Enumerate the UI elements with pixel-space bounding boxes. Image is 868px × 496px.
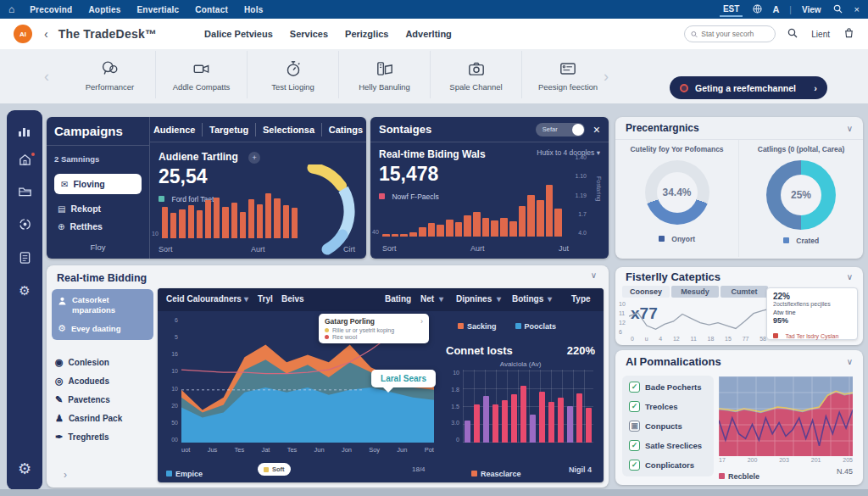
app-window: ⌂ Precovind Aopties Envertialc Contact H… — [0, 0, 868, 496]
rail-gear-icon[interactable]: ⚙ — [7, 283, 42, 298]
chevron-down-icon[interactable]: ∨ — [847, 272, 853, 281]
topnav-item[interactable]: Hols — [244, 5, 263, 14]
search-icon[interactable] — [833, 4, 843, 15]
close-icon[interactable]: × — [854, 4, 860, 14]
chevron-down-icon[interactable]: ∨ — [591, 270, 597, 280]
rail-folder-icon[interactable] — [7, 185, 42, 201]
globe-icon[interactable] — [753, 4, 762, 15]
scroll-right-icon[interactable]: › — [604, 68, 609, 86]
rail-report-icon[interactable] — [7, 251, 42, 268]
ai-option-satle-sreclices[interactable]: ✓Satle Sreclices — [629, 436, 707, 455]
rtb-item-acodueds[interactable]: ◎Acodueds — [55, 372, 153, 391]
nav-menu-item[interactable]: Perizglics — [345, 29, 388, 39]
cta-button[interactable]: Geting a reefemchannel › — [670, 76, 827, 99]
rtb-item-casrind-pack[interactable]: ♟Casrind Pack — [55, 410, 153, 428]
stopwatch-icon — [283, 59, 303, 78]
column-header[interactable]: Ceid Calouradners — [166, 294, 242, 304]
ai-option-conpucts[interactable]: ▣Conpucts — [629, 416, 707, 436]
nav-menu-item[interactable]: Dalice Petvieus — [204, 29, 273, 39]
chevron-down-icon[interactable]: ∨ — [847, 124, 853, 133]
y-tick: 6 — [164, 317, 178, 323]
soft-pill[interactable]: Soft — [258, 463, 291, 476]
alerts-icon[interactable]: A — [772, 4, 779, 14]
ai-option-bade-pocherts[interactable]: ✓Bade Pocherts — [629, 377, 707, 397]
chevron-down-icon[interactable]: ▾ — [548, 294, 552, 304]
x-tick: 58 — [760, 336, 766, 342]
topnav-item[interactable]: Precovind — [30, 5, 72, 14]
shortcut-label: Test Lioging — [271, 82, 314, 92]
bag-icon[interactable] — [843, 26, 854, 42]
top-utility-bar: ⌂ Precovind Aopties Envertialc Contact H… — [0, 0, 868, 19]
rail-home-icon[interactable] — [7, 153, 42, 170]
column-header[interactable]: Bating — [385, 294, 411, 304]
chevron-down-icon[interactable]: ▾ — [244, 294, 248, 304]
column-header[interactable]: Net — [420, 294, 434, 304]
column-header[interactable]: Botings — [512, 294, 543, 304]
ai-area-chart — [719, 376, 853, 456]
tab-cumtet[interactable]: Cumtet — [721, 286, 768, 298]
chevron-down-icon[interactable]: ∨ — [847, 357, 853, 366]
shortcut-performancer[interactable]: Performancer — [64, 51, 156, 98]
nav-menu-item[interactable]: Services — [290, 29, 328, 39]
rtb-item-pavetencs[interactable]: ✎Pavetencs — [55, 391, 153, 410]
shortcut-test-lioging[interactable]: Test Lioging — [248, 51, 339, 98]
shortcut-spale-channel[interactable]: Spale Channel — [431, 51, 522, 98]
info-pct: 22% — [773, 292, 851, 301]
ai-option-conplicators[interactable]: ✓Conplicators — [629, 455, 707, 475]
rtb-item-treghretls[interactable]: ✒Treghretls — [55, 428, 153, 447]
rtb-item-evey-daating[interactable]: ⚙ Evey daating — [58, 323, 147, 334]
rail-chart-icon[interactable] — [7, 125, 42, 141]
rail-settings-icon[interactable]: ⚙ — [7, 460, 42, 478]
search-field[interactable] — [701, 30, 769, 38]
tab-mesudy[interactable]: Mesudy — [671, 286, 719, 298]
sidebar-item-label: Retthes — [70, 221, 103, 231]
tab-coonsey[interactable]: Coonsey — [622, 286, 670, 298]
play-link[interactable]: Floy — [47, 242, 149, 252]
shortcut-peesign-feection[interactable]: Peesign feection — [522, 51, 614, 98]
brand-logo[interactable]: AI — [14, 25, 32, 43]
x-tick: uot — [181, 446, 190, 454]
shortcut-helly-banuling[interactable]: Helly Banuling — [339, 51, 431, 98]
rtb-item-catsorket[interactable]: Catsorket mparations — [58, 295, 147, 315]
legend-label: Pooclats — [525, 322, 557, 331]
topnav-item[interactable]: Envertialc — [136, 5, 179, 14]
info-circle-icon[interactable]: + — [248, 152, 260, 164]
view-menu[interactable]: View — [802, 5, 821, 14]
topnav-item[interactable]: Contact — [195, 5, 228, 14]
x-tick: Jun — [314, 446, 325, 454]
scroll-left-icon[interactable]: ‹ — [44, 68, 49, 86]
shortcut-addle-compatts[interactable]: Addle Compatts — [156, 51, 248, 98]
bar-note: Nigil 4 — [569, 465, 592, 474]
rail-sync-icon[interactable] — [7, 217, 42, 235]
tab-targetug[interactable]: Targetug — [209, 125, 248, 135]
close-icon[interactable]: × — [593, 123, 600, 137]
topnav-item[interactable]: Aopties — [88, 5, 120, 14]
nav-menu-item[interactable]: Adverlting — [405, 29, 451, 39]
bar-chart-title: Avaiciola (Av) — [446, 360, 595, 368]
expand-chevron-icon[interactable]: › — [64, 469, 67, 481]
column-header[interactable]: Beivs — [281, 294, 304, 304]
search-icon[interactable] — [787, 26, 798, 42]
tab-catings[interactable]: Catings — [329, 125, 363, 135]
column-header[interactable]: Type — [571, 294, 591, 304]
rtb-item-conlesion[interactable]: ◉Conlesion — [55, 354, 153, 372]
tab-audience[interactable]: Audience — [153, 125, 196, 135]
chevron-down-icon[interactable]: ▾ — [439, 294, 443, 304]
sidebar-item-floving[interactable]: ✉ Floving — [54, 174, 142, 194]
range-dropdown[interactable]: Hutix to 4 dooples ▾ — [537, 148, 600, 160]
column-header[interactable]: Dipnines — [456, 294, 492, 304]
timezone-selector[interactable]: EST — [720, 3, 743, 17]
y-tick: 10 — [446, 370, 459, 376]
back-chevron-icon[interactable]: ‹ — [44, 27, 48, 41]
search-input[interactable] — [684, 25, 776, 42]
account-label[interactable]: Lient — [811, 30, 830, 39]
sidebar-item-rekopt[interactable]: ▤ Rekopt — [54, 203, 142, 214]
home-icon[interactable]: ⌂ — [8, 3, 14, 15]
chevron-down-icon[interactable]: ▾ — [497, 294, 501, 304]
column-header[interactable]: Tryl — [258, 294, 273, 304]
chevron-right-icon[interactable]: › — [420, 317, 423, 326]
sefar-toggle[interactable]: Sefar — [536, 123, 585, 137]
ai-option-treolces[interactable]: ✓Treolces — [629, 397, 707, 416]
sidebar-item-retthes[interactable]: ⊕ Retthes — [54, 221, 142, 231]
tab-selectionsa[interactable]: Selectionsa — [263, 125, 314, 135]
